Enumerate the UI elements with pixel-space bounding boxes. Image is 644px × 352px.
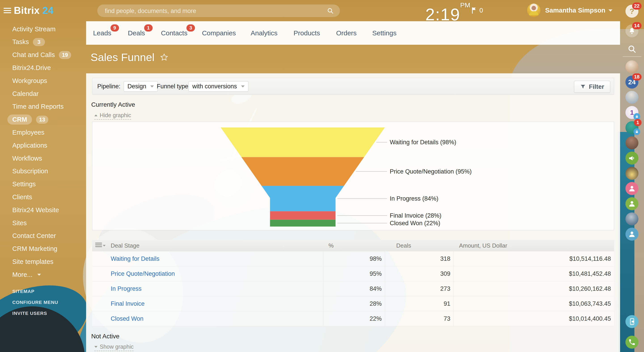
chevron-down-icon [608, 10, 612, 12]
telephony-button[interactable] [626, 336, 638, 349]
column-header-amount-us-dollar[interactable]: Amount, US Dollar [459, 242, 507, 249]
deal-stage-link[interactable]: Closed Won [111, 315, 144, 322]
sidebar-item-crm[interactable]: CRM13 [12, 113, 48, 126]
favorite-star-icon[interactable] [160, 53, 168, 62]
tab-analytics[interactable]: Analytics [251, 21, 278, 45]
column-divider [454, 251, 454, 266]
search-input[interactable] [104, 4, 320, 18]
pipeline-select[interactable]: Design [124, 81, 158, 92]
tab-orders[interactable]: Orders [336, 21, 357, 45]
currently-active-heading: Currently Active [91, 101, 135, 108]
user-menu[interactable]: Samantha Simpson [545, 7, 612, 14]
sidebar-footer-configure-menu[interactable]: CONFIGURE MENU [12, 300, 58, 305]
funnel-segment-price-quote-negotiation[interactable] [242, 157, 364, 186]
top-bar: Bitrix 24 2:19PM 0 Samantha Simpson [0, 0, 644, 21]
column-header--[interactable]: % [328, 242, 334, 249]
chat-avatar-anniversary[interactable]: 1 [626, 106, 638, 119]
sidebar-item-activity-stream[interactable]: Activity Stream [12, 22, 56, 36]
sidebar-item-label: CRM [8, 114, 32, 124]
sidebar-item-badge: 13 [36, 116, 48, 124]
bitrix24-logo[interactable]: Bitrix 24 [14, 5, 54, 16]
tab-badge: 3 [186, 24, 195, 32]
sidebar-item-label: Employees [12, 129, 44, 136]
sidebar-item-tasks[interactable]: Tasks3 [12, 36, 45, 48]
funnel-segment-waiting-for-details[interactable] [221, 128, 385, 157]
deal-stage-link[interactable]: Waiting for Details [111, 256, 160, 262]
column-header-deals[interactable]: Deals [396, 242, 411, 249]
sidebar-item-sites[interactable]: Sites [12, 216, 26, 230]
table-settings-icon[interactable] [95, 243, 106, 249]
filter-button[interactable]: Filter [574, 81, 610, 93]
chat-avatar-green[interactable] [626, 197, 638, 210]
amount-value: $10,514,116.48 [569, 256, 611, 262]
chat-avatar-support[interactable] [626, 60, 638, 73]
sidebar-item-subscription[interactable]: Subscription [12, 165, 48, 178]
sidebar-footer-sitemap[interactable]: SITEMAP [12, 289, 34, 294]
sidebar-item-chat-and-calls[interactable]: Chat and Calls19 [12, 48, 71, 62]
deal-stage-link[interactable]: Price Quote/Negotiation [111, 270, 175, 277]
show-graphic-link[interactable]: Show graphic [94, 344, 134, 351]
sidebar-item-label: Site templates [12, 258, 54, 266]
deal-stage-link[interactable]: In Progress [111, 285, 142, 292]
table-header-row: Deal Stage%DealsAmount, US Dollar [92, 240, 614, 251]
announcements-button[interactable] [626, 152, 638, 164]
deals-value: 91 [444, 300, 450, 307]
sidebar-item-label: Bitrix24.Drive [12, 64, 51, 72]
table-row: Closed Won22%73$10,014,400.45 [92, 311, 614, 326]
sidebar-item-contact-center[interactable]: Contact Center [12, 230, 56, 242]
sidebar-item-applications[interactable]: Applications [12, 139, 47, 152]
person-icon [628, 200, 636, 208]
sidebar-item-time-and-reports[interactable]: Time and Reports [12, 100, 64, 113]
hide-graphic-link[interactable]: Hide graphic [94, 112, 131, 120]
clock[interactable]: 2:19PM [425, 1, 470, 24]
user-avatar[interactable] [527, 4, 540, 17]
deal-stage-link[interactable]: Final Invoice [111, 300, 145, 307]
chat-avatar-man[interactable] [626, 91, 638, 104]
main-panel: Pipeline: Design Funnel type: with conve… [86, 73, 620, 352]
funnel-segment-in-progress[interactable] [262, 186, 344, 211]
tab-companies[interactable]: Companies [202, 21, 236, 45]
column-divider [323, 266, 323, 281]
chat-avatar-woman[interactable] [626, 136, 638, 150]
sidebar-item-more[interactable]: More... [12, 268, 41, 281]
chat-avatar-idea[interactable] [626, 167, 638, 180]
mobile-app-button[interactable] [626, 315, 638, 328]
chat-avatar-cyclist[interactable] [626, 212, 638, 226]
table-row: Waiting for Details98%318$10,514,116.48 [92, 251, 614, 266]
search-icon[interactable] [327, 8, 334, 14]
funnel-segment-closed-won[interactable] [270, 220, 336, 226]
funnel-segment-final-invoice[interactable] [270, 211, 336, 220]
sidebar-item-workflows[interactable]: Workflows [12, 152, 42, 165]
hamburger-menu-icon[interactable] [4, 8, 11, 14]
sidebar-item-workgroups[interactable]: Workgroups [12, 74, 47, 87]
rail-search-button[interactable] [626, 42, 638, 56]
sidebar-item-bitrix24-drive[interactable]: Bitrix24.Drive [12, 61, 51, 74]
tab-settings[interactable]: Settings [372, 21, 396, 45]
chat-avatar-blue[interactable] [626, 228, 638, 241]
chat-avatar-pink[interactable] [626, 182, 638, 195]
percent-value: 98% [370, 256, 382, 262]
chevron-down-icon [150, 86, 154, 88]
funnel-type-select[interactable]: with conversions [188, 81, 248, 92]
sidebar-item-calendar[interactable]: Calendar [12, 87, 39, 100]
tab-contacts[interactable]: Contacts3 [161, 21, 188, 45]
column-header-deal-stage[interactable]: Deal Stage [111, 242, 140, 249]
tab-products[interactable]: Products [294, 21, 320, 45]
sidebar-item-employees[interactable]: Employees [12, 126, 44, 139]
help-button[interactable]: ? 22 [626, 5, 638, 18]
sidebar-item-crm-marketing[interactable]: CRM Marketing [12, 242, 57, 256]
notifications-button[interactable]: 14 [626, 24, 638, 37]
flag-counter[interactable]: 0 [471, 7, 483, 14]
tab-leads[interactable]: Leads9 [93, 21, 111, 45]
sidebar-item-settings[interactable]: Settings [12, 178, 36, 191]
not-active-heading: Not Active [91, 333, 120, 340]
sidebar-footer-invite-users[interactable]: INVITE USERS [12, 311, 47, 316]
sidebar-item-label: Subscription [12, 168, 48, 175]
bitrix24-network-button[interactable]: 24 18 [626, 76, 638, 88]
sidebar-item-bitrix24-website[interactable]: Bitrix24 Website [12, 204, 59, 216]
chat-avatar-confetti[interactable]: 1 [626, 121, 638, 134]
right-rail: ? 22 14 24 18 1 1 [620, 0, 644, 352]
tab-deals[interactable]: Deals1 [128, 21, 145, 45]
sidebar-item-clients[interactable]: Clients [12, 190, 32, 204]
sidebar-item-site-templates[interactable]: Site templates [12, 255, 54, 268]
